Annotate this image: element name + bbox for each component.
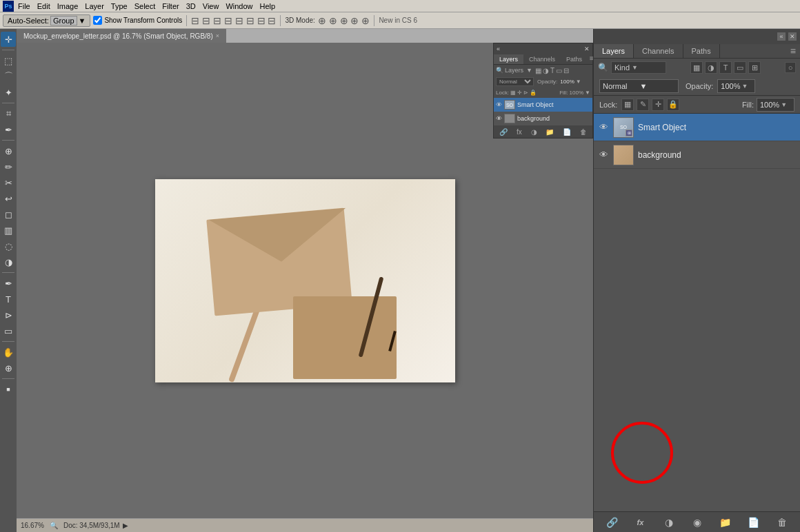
auto-select-value[interactable]: Group	[50, 16, 77, 25]
foreground-color[interactable]: ■	[1, 382, 16, 397]
layer-fx-btn[interactable]: fx	[633, 515, 648, 530]
mini-blend-select[interactable]: Normal	[496, 77, 534, 86]
show-transform-checkbox[interactable]	[93, 16, 102, 25]
mini-fill-arrow[interactable]: ▼	[585, 90, 590, 96]
healing-tool[interactable]: ⊕	[1, 143, 16, 158]
menu-filter[interactable]: Filter	[162, 2, 179, 10]
marquee-tool[interactable]: ⬚	[1, 53, 16, 68]
type-tool[interactable]: T	[1, 291, 16, 307]
fill-value[interactable]: 100% ▼	[757, 98, 794, 112]
mini-panel-close[interactable]: ✕	[584, 45, 590, 52]
dropdown-arrow[interactable]: ▼	[79, 17, 86, 25]
filter-pixel-btn[interactable]: ▦	[690, 61, 703, 74]
filter-toggle-btn[interactable]: ○	[785, 62, 796, 73]
layer-link-btn[interactable]: 🔗	[605, 515, 620, 530]
mini-lock4[interactable]: 🔒	[530, 90, 537, 96]
filter-search-box[interactable]: Kind ▼	[611, 61, 666, 74]
filter-smart-btn[interactable]: ⊞	[748, 61, 761, 74]
blend-mode-selector[interactable]: Normal ▼	[599, 79, 679, 93]
lasso-tool[interactable]: ⌒	[1, 69, 16, 84]
filter-type-btn[interactable]: T	[719, 61, 732, 74]
mini-tab-paths[interactable]: Paths	[561, 54, 588, 64]
layer-group-btn[interactable]: 📁	[718, 515, 733, 530]
layer-new-btn[interactable]: 📄	[746, 515, 761, 530]
mini-layer-background[interactable]: 👁 background	[494, 112, 592, 125]
mini-btn-fx[interactable]: fx	[517, 128, 522, 136]
menu-view[interactable]: View	[203, 2, 219, 10]
lock-pixels-btn[interactable]: ▦	[621, 99, 634, 111]
brush-tool[interactable]: ✏	[1, 159, 16, 174]
mini-icon3[interactable]: T	[550, 67, 554, 74]
shape-tool[interactable]: ▭	[1, 323, 16, 338]
menu-file[interactable]: File	[18, 2, 30, 10]
menu-select[interactable]: Select	[134, 2, 156, 10]
document-tab[interactable]: Mockup_envelope_letter.psd @ 16.7% (Smar…	[17, 29, 226, 43]
lock-image-btn[interactable]: ✎	[637, 99, 649, 111]
mini-panel-collapse[interactable]: «	[497, 45, 500, 52]
menu-type[interactable]: Type	[111, 2, 128, 10]
lock-position-btn[interactable]: ✛	[652, 99, 664, 111]
opacity-value[interactable]: 100% ▼	[717, 79, 755, 93]
eraser-tool[interactable]: ◻	[1, 207, 16, 222]
mini-lock3[interactable]: ⊳	[523, 90, 528, 96]
crop-tool[interactable]: ⌗	[1, 106, 16, 121]
status-arrow[interactable]: ▶	[123, 522, 128, 529]
mini-icon5[interactable]: ⊟	[563, 67, 569, 74]
hand-tool[interactable]: ✋	[1, 345, 16, 360]
filter-kind-arrow[interactable]: ▼	[632, 64, 638, 71]
mini-icon1[interactable]: ▦	[535, 67, 541, 74]
layer-delete-btn[interactable]: 🗑	[774, 515, 790, 530]
mini-layer-smart-object[interactable]: 👁 SO Smart Object	[494, 98, 592, 112]
panel-close-btn[interactable]: ✕	[788, 32, 797, 41]
mini-tab-channels[interactable]: Channels	[523, 54, 561, 64]
mini-eye-smart[interactable]: 👁	[496, 101, 502, 108]
mini-btn-link[interactable]: 🔗	[499, 128, 508, 136]
layer-row-smart-object[interactable]: 👁 SO ⊞ Smart Object	[594, 114, 800, 141]
panel-collapse-btn[interactable]: «	[777, 32, 786, 41]
document-tab-close[interactable]: ×	[216, 32, 219, 39]
menu-edit[interactable]: Edit	[37, 2, 50, 10]
menu-help[interactable]: Help	[260, 2, 276, 10]
filter-shape-btn[interactable]: ▭	[734, 61, 746, 74]
menu-window[interactable]: Window	[226, 2, 252, 10]
mini-eye-bg[interactable]: 👁	[496, 115, 502, 122]
mini-btn-folder[interactable]: 📁	[546, 128, 554, 136]
mini-icon2[interactable]: ◑	[543, 67, 549, 74]
panel-menu-btn[interactable]: ≡	[786, 45, 800, 57]
gradient-tool[interactable]: ▥	[1, 223, 16, 238]
tab-channels[interactable]: Channels	[634, 44, 683, 58]
menu-layer[interactable]: Layer	[85, 2, 104, 10]
blur-tool[interactable]: ◌	[1, 238, 16, 254]
path-selection-tool[interactable]: ⊳	[1, 307, 16, 323]
layer-visibility-bg[interactable]: 👁	[598, 150, 609, 161]
mini-lock1[interactable]: ▦	[510, 90, 516, 96]
mini-icon4[interactable]: ▭	[556, 67, 562, 74]
layer-visibility-smart[interactable]: 👁	[598, 122, 609, 133]
layer-mask-btn[interactable]: ◑	[661, 515, 677, 530]
mini-tab-layers[interactable]: Layers	[494, 54, 523, 64]
fill-arrow[interactable]: ▼	[781, 101, 787, 108]
clone-stamp-tool[interactable]: ✂	[1, 175, 16, 190]
mini-lock2[interactable]: ✛	[517, 90, 522, 96]
layer-adjustment-btn[interactable]: ◉	[690, 515, 705, 530]
history-brush-tool[interactable]: ↩	[1, 191, 16, 206]
layer-row-background[interactable]: 👁 background	[594, 141, 800, 169]
show-transform-label[interactable]: Show Transform Controls	[93, 16, 182, 25]
mini-filter-arrow[interactable]: ▼	[526, 67, 532, 74]
filter-adjustment-btn[interactable]: ◑	[705, 61, 717, 74]
tab-layers[interactable]: Layers	[594, 44, 634, 58]
lock-all-btn[interactable]: 🔒	[667, 99, 679, 111]
blend-mode-arrow[interactable]: ▼	[640, 82, 676, 90]
mini-panel-menu[interactable]: ≡	[588, 54, 593, 64]
menu-image[interactable]: Image	[57, 2, 79, 10]
mini-btn-adj[interactable]: ◑	[531, 128, 537, 136]
mini-btn-new[interactable]: 📄	[563, 128, 571, 136]
move-tool-options[interactable]: Auto-Select: Group ▼	[3, 14, 90, 27]
eyedropper-tool[interactable]: ✒	[1, 122, 16, 137]
menu-3d[interactable]: 3D	[186, 2, 196, 10]
quick-select-tool[interactable]: ✦	[1, 85, 16, 100]
tab-paths[interactable]: Paths	[683, 44, 720, 58]
pen-tool[interactable]: ✒	[1, 276, 16, 291]
mini-opacity-arrow[interactable]: ▼	[576, 79, 581, 85]
opacity-arrow[interactable]: ▼	[742, 83, 748, 90]
